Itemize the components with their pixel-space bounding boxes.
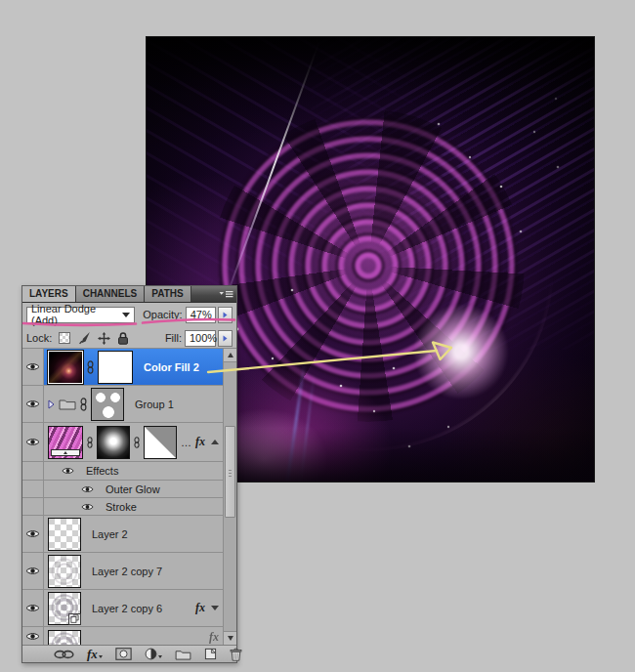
caret-down-icon (99, 655, 103, 658)
layer-style-badge: fx (195, 435, 205, 449)
layer-row-partial[interactable]: fx (22, 627, 223, 645)
layer-row-group-1[interactable]: Group 1 (22, 386, 223, 423)
visibility-toggle[interactable] (22, 627, 44, 645)
spinner-arrow-icon (223, 335, 228, 342)
fx-icon: fx (87, 647, 98, 662)
delete-layer-button[interactable] (230, 647, 242, 661)
copy-badge-icon (70, 614, 79, 623)
link-layers-button[interactable] (54, 647, 74, 661)
scrollbar-thumb[interactable] (225, 426, 235, 518)
lock-all-button[interactable] (117, 332, 129, 345)
visibility-toggle[interactable] (22, 349, 44, 385)
layer-name[interactable]: Layer 2 copy 6 (92, 603, 162, 614)
layer-row-pattern-fx[interactable]: … fx (22, 423, 223, 462)
blend-mode-value: Linear Dodge (Add) (31, 303, 122, 326)
effects-row[interactable]: Effects (22, 462, 223, 481)
opacity-input[interactable]: 47% (186, 307, 217, 323)
layer-style-button[interactable]: fx (87, 647, 103, 661)
layer-thumbnail[interactable] (48, 592, 81, 625)
layer-list-scrollbar[interactable] (223, 349, 236, 645)
tab-layers[interactable]: LAYERS (22, 286, 76, 302)
blend-mode-select[interactable]: Linear Dodge (Add) (26, 307, 135, 323)
fill-spinner[interactable] (218, 330, 233, 347)
fill-input[interactable]: 100% (185, 330, 216, 347)
radial-mask-thumbnail[interactable] (97, 426, 130, 459)
link-icon (134, 436, 140, 449)
layer-list: Color Fill 2 Group 1 (22, 348, 236, 645)
eye-well-spacer (22, 498, 44, 515)
eye-icon (25, 362, 40, 371)
new-layer-button[interactable] (204, 647, 217, 661)
tab-paths[interactable]: PATHS (145, 286, 190, 302)
eye-icon (25, 604, 40, 612)
lock-label: Lock: (26, 332, 52, 344)
layer-row-color-fill-2[interactable]: Color Fill 2 (22, 349, 223, 386)
tab-channels[interactable]: CHANNELS (76, 286, 146, 302)
collapse-effects-arrow[interactable] (211, 440, 219, 444)
layer-thumbnail[interactable] (48, 518, 81, 551)
eye-icon (25, 438, 40, 446)
effect-stroke-row[interactable]: Stroke (22, 498, 223, 516)
add-layer-mask-button[interactable] (115, 647, 132, 661)
trash-icon (230, 648, 242, 661)
chevron-down-icon (122, 313, 130, 317)
fill-layer-thumbnail[interactable] (48, 426, 83, 459)
panel-menu-button[interactable] (215, 286, 236, 302)
layer-name[interactable]: Layer 2 (92, 528, 128, 540)
fill-label: Fill: (165, 332, 182, 344)
gradient-bar (51, 449, 80, 456)
eye-well-spacer (22, 462, 44, 480)
expand-effects-arrow[interactable] (211, 606, 219, 610)
mask-icon (115, 648, 132, 660)
panel-controls: Linear Dodge (Add) Opacity: 47% Lock: Fi… (22, 303, 236, 348)
scroll-down-button[interactable] (224, 631, 236, 645)
lock-pixels-button[interactable] (77, 331, 91, 345)
spinner-arrow-icon (223, 312, 228, 318)
lock-transparency-button[interactable] (59, 332, 70, 344)
visibility-toggle[interactable] (22, 590, 44, 626)
layer-name[interactable]: Layer 2 copy 7 (92, 566, 162, 577)
brush-icon (77, 331, 91, 345)
layer-mask-thumbnail[interactable] (98, 351, 133, 384)
layer-row-layer-2[interactable]: Layer 2 (22, 516, 223, 553)
eye-icon (25, 567, 40, 575)
layer-name[interactable]: Group 1 (135, 399, 174, 410)
visibility-toggle[interactable] (22, 516, 44, 552)
group-mask-thumbnail[interactable] (91, 388, 124, 421)
visibility-toggle[interactable] (22, 386, 44, 422)
panel-tab-bar: LAYERS CHANNELS PATHS (22, 286, 236, 303)
eye-icon[interactable] (62, 467, 74, 475)
eye-icon[interactable] (81, 503, 94, 511)
opacity-spinner[interactable] (218, 307, 233, 323)
eye-icon[interactable] (81, 485, 94, 493)
layer-thumbnail[interactable] (48, 351, 83, 384)
effect-label: Outer Glow (106, 483, 160, 495)
chain-link-icon (54, 650, 74, 659)
adjustment-icon (145, 648, 157, 660)
panel-footer: fx (22, 645, 236, 662)
lock-transparency-icon (59, 332, 70, 344)
new-group-button[interactable] (175, 647, 191, 661)
layer-thumbnail[interactable] (48, 630, 81, 645)
lock-position-button[interactable] (98, 332, 110, 345)
layer-row-layer-2-copy-7[interactable]: Layer 2 copy 7 (22, 553, 223, 590)
layer-row-layer-2-copy-6[interactable]: Layer 2 copy 6 fx (22, 590, 223, 627)
visibility-toggle[interactable] (22, 423, 44, 461)
folder-icon (59, 398, 76, 410)
move-icon (98, 332, 110, 345)
eye-icon (25, 632, 40, 641)
scroll-up-button[interactable] (224, 349, 236, 362)
opacity-label: Opacity: (143, 309, 182, 320)
layer-name[interactable]: Color Fill 2 (144, 361, 199, 373)
expand-triangle-icon[interactable] (48, 399, 55, 409)
panel-menu-icon (219, 290, 233, 299)
visibility-toggle[interactable] (22, 553, 44, 589)
scroll-up-icon (228, 353, 233, 357)
layer-thumbnail[interactable] (48, 555, 81, 588)
eye-icon (25, 399, 40, 408)
effect-outer-glow-row[interactable]: Outer Glow (22, 481, 223, 498)
diagonal-mask-thumbnail[interactable] (144, 426, 177, 459)
truncation-dots: … (181, 437, 192, 448)
adjustment-layer-button[interactable] (145, 647, 162, 661)
eye-icon (25, 529, 40, 538)
